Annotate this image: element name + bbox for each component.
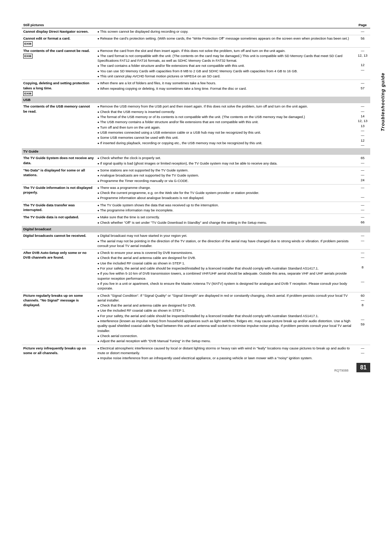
table-row: Cannot display Direct Navigator screen.T… — [22, 28, 370, 35]
solution-item: Check whether "Off" is set under "TV Gui… — [98, 220, 354, 225]
page-ref: — — [356, 161, 369, 165]
solution-item: Check to ensure your area is covered by … — [98, 250, 354, 255]
page-ref-cell: —66 — [355, 214, 370, 226]
page-ref — [356, 190, 369, 195]
page-ref-cell: —57 — [355, 80, 370, 97]
page-ref: 60 — [356, 293, 369, 298]
section-header-row: TV Guide — [22, 148, 370, 155]
badge: EX08 — [23, 91, 33, 96]
page-number: 81 — [356, 363, 370, 372]
page-ref: 65 — [356, 155, 369, 160]
page-ref: — — [356, 48, 369, 53]
section-header-row: Digital broadcast — [22, 226, 370, 232]
page-ref: — — [356, 173, 369, 177]
table-row: Picture regularly breaks up on some chan… — [22, 292, 370, 345]
table-row: The contents of the card cannot be read.… — [22, 47, 370, 80]
issue-cell: The contents of the USB memory cannot be… — [22, 103, 96, 148]
page-ref: 12, 13 — [356, 53, 369, 58]
page-ref-cell: —— 8 — — [355, 250, 370, 292]
page-ref: 12, 13 — [356, 118, 369, 123]
page-ref-cell: ——1412, 1313——12— — [355, 103, 370, 148]
solution-item: There was a programme change. — [98, 185, 354, 190]
solution-cell: Check "Signal Condition". If "Signal Qua… — [96, 292, 355, 345]
issue-cell: Copying, deleting and setting protection… — [22, 80, 96, 97]
solution-item: The format of the USB memory or of its c… — [98, 114, 354, 119]
section-header-row: USB — [22, 97, 370, 103]
page-ref: — — [356, 195, 369, 199]
solution-item: Interference (known as impulse noise) fr… — [98, 319, 354, 333]
page-ref — [356, 58, 369, 62]
solution-item: This screen cannot be displayed during r… — [98, 29, 354, 34]
page-ref: 59 — [356, 322, 369, 327]
page-ref: — — [356, 143, 369, 147]
page-ref — [356, 307, 369, 312]
solution-cell: Release the card's protection setting. (… — [96, 35, 355, 47]
model-code: RQT9088 — [334, 369, 348, 372]
page-ref: — — [356, 255, 369, 260]
solution-item: Check the current programme, e.g. on the… — [98, 190, 354, 195]
page-ref: 8 — [356, 303, 369, 307]
issue-cell: Digital broadcasts cannot be received. — [22, 232, 96, 250]
page-ref: 57 — [356, 86, 369, 90]
page-ref: — — [356, 346, 369, 351]
solution-item: If inserted during playback, recording o… — [98, 141, 354, 145]
page-ref-cell: 56 — [355, 35, 370, 47]
section-label: USB — [22, 97, 370, 103]
solution-item: Adjust the aerial reception with "DVB Ma… — [98, 339, 354, 343]
solution-item: The programme information may be incompl… — [98, 208, 354, 212]
page-ref: 8 — [356, 265, 369, 270]
badge: EX08 — [23, 54, 33, 58]
issue-cell: The TV Guide data transfer was interrupt… — [22, 202, 96, 214]
solution-item: Impulse noise interference from an infre… — [98, 356, 354, 360]
page-ref: — — [356, 279, 369, 284]
issue-cell: Picture regularly breaks up on some chan… — [22, 292, 96, 345]
table-row: The TV Guide information is not displaye… — [22, 184, 370, 202]
table-row: The TV Guide System does not receive any… — [22, 155, 370, 167]
page-ref — [356, 312, 369, 317]
page-ref-cell: ——24 — [355, 167, 370, 185]
solution-item: Some stations are not supported by the T… — [98, 168, 354, 173]
solution-cell: The TV Guide system shows the data that … — [96, 202, 355, 214]
table-row: "No Data" is displayed for some or all s… — [22, 167, 370, 185]
solution-cell: Make sure that the time is set correctly… — [96, 214, 355, 226]
page-ref: — — [356, 128, 369, 133]
solution-item: When repeating copying or deleting, it m… — [98, 86, 354, 91]
side-label: Troubleshooting guide — [380, 73, 385, 131]
solution-item: When there are a lot of folders and file… — [98, 81, 354, 85]
solution-item: Check that the USB memory is inserted co… — [98, 109, 354, 114]
main-table: Still pictures Page Cannot display Direc… — [22, 22, 370, 361]
solution-cell: Check to ensure your area is covered by … — [96, 250, 355, 292]
solution-item: For your safety, the aerial and cable sh… — [98, 313, 354, 318]
solution-item: The card contains a folder structure and… — [98, 63, 354, 68]
table-row: After DVB Auto-Setup only some or no DVB… — [22, 250, 370, 292]
solution-item: Programme the Timer recording manually o… — [98, 178, 354, 183]
col-header-still-pictures: Still pictures — [22, 22, 96, 28]
page-ref: — — [356, 250, 369, 255]
page-ref: — — [356, 109, 369, 114]
solution-item: Programme information about analogue bro… — [98, 195, 354, 200]
page-ref: — — [356, 68, 369, 72]
page-ref: 14 — [356, 114, 369, 118]
issue-cell: The TV Guide data is not updated. — [22, 214, 96, 226]
solution-item: Electrical atmospheric interference caus… — [98, 346, 354, 356]
col-header-row: Still pictures Page — [22, 22, 370, 28]
issue-cell: The TV Guide information is not displaye… — [22, 184, 96, 202]
solution-item: Turn off and then turn on the unit again… — [98, 125, 354, 130]
page-ref: 12 — [356, 62, 369, 67]
solution-item: The USB memory contains a folder structu… — [98, 119, 354, 124]
page-ref: — — [356, 133, 369, 138]
page-ref: 12 — [356, 138, 369, 143]
page-ref: — — [356, 317, 369, 322]
page-ref-cell: 60—8 —59 — [355, 292, 370, 345]
solution-item: Some USB memories cannot be used with th… — [98, 135, 354, 140]
page-ref — [356, 275, 369, 279]
page-ref: — — [356, 207, 369, 212]
issue-cell: Picture very infrequently breaks up on s… — [22, 345, 96, 361]
page-ref-cell: 65— — [355, 155, 370, 167]
col-header-page: Page — [355, 22, 370, 28]
table-row: Picture very infrequently breaks up on s… — [22, 345, 370, 361]
solution-cell: When there are a lot of folders and file… — [96, 80, 355, 97]
page-ref: 13 — [356, 123, 369, 128]
table-row: The contents of the USB memory cannot be… — [22, 103, 370, 148]
page-ref-cell: —12, 13 12— — [355, 47, 370, 80]
